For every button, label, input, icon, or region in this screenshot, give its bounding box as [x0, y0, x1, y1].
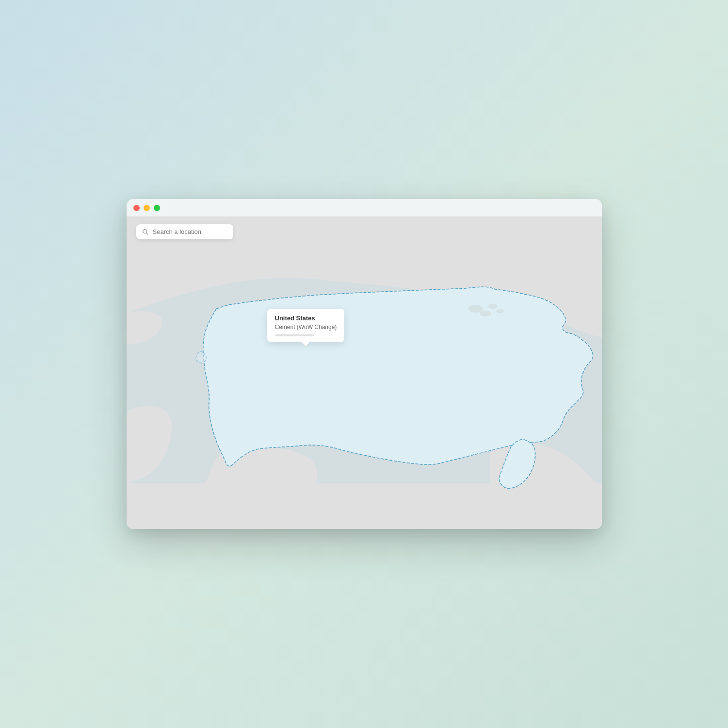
svg-point-4 [496, 309, 504, 313]
search-icon [142, 229, 149, 235]
app-window: United States Cement (WoW Change) Cement… [127, 199, 602, 529]
map-container: United States Cement (WoW Change) Cement… [127, 216, 602, 529]
maximize-button[interactable] [154, 205, 160, 211]
svg-point-2 [480, 311, 491, 316]
svg-line-6 [146, 232, 148, 234]
titlebar [127, 199, 602, 216]
map-tooltip: United States Cement (WoW Change) [267, 309, 345, 342]
tooltip-metric: Cement (WoW Change) [275, 324, 337, 331]
tooltip-bar [275, 334, 314, 336]
svg-point-1 [469, 305, 483, 313]
minimize-button[interactable] [144, 205, 150, 211]
svg-point-3 [488, 304, 498, 309]
search-bar[interactable] [136, 224, 233, 239]
close-button[interactable] [133, 205, 140, 211]
search-input[interactable] [153, 228, 227, 235]
map-svg [127, 216, 602, 529]
tooltip-country: United States [275, 314, 337, 322]
